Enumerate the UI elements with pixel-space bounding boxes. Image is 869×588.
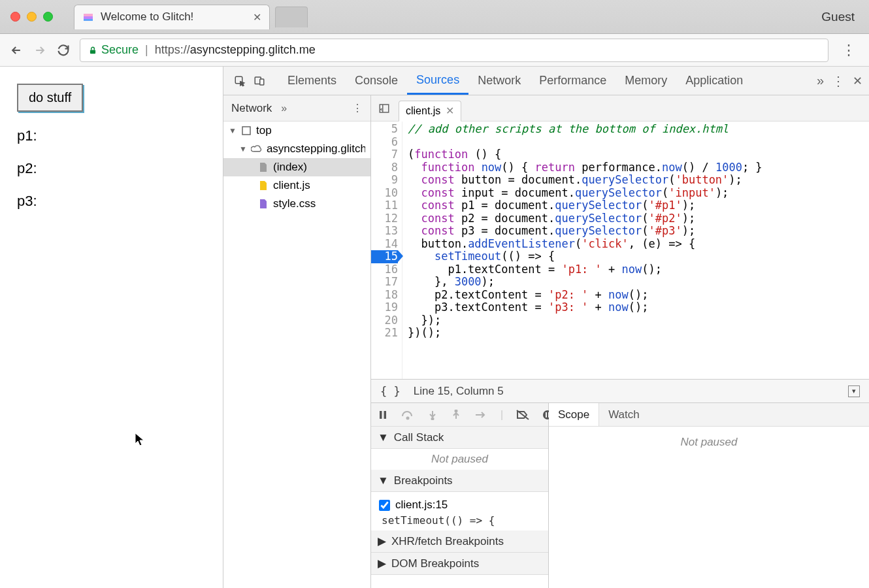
css-file-icon [257,199,269,209]
breakpoint-label: client.js:15 [395,498,448,512]
frame-icon [240,125,252,136]
tree-file-clientjs[interactable]: client.js [223,176,370,195]
do-stuff-button[interactable]: do stuff [17,84,83,112]
close-window-button[interactable] [10,12,20,22]
cursor-icon [135,433,145,447]
chevron-down-icon: ▼ [239,144,247,154]
reload-button[interactable] [56,43,71,57]
secure-indicator: Secure [88,43,139,57]
debugger-toolbar: | [371,403,548,427]
tab-title: Welcome to Glitch! [101,10,246,24]
line-number-gutter[interactable]: 56789101112131415161718192021 [371,122,402,379]
p1-text: p1: [17,127,206,144]
tab-network[interactable]: Network [468,67,530,95]
pretty-print-icon[interactable]: { } [380,385,401,398]
tab-performance[interactable]: Performance [530,67,615,95]
tree-top[interactable]: ▼ top [223,122,370,140]
step-into-icon[interactable] [427,408,438,421]
breakpoint-checkbox[interactable] [379,500,390,511]
step-over-icon[interactable] [401,408,414,421]
window-controls [0,12,63,22]
svg-rect-15 [546,412,547,417]
browser-tab-bar: Welcome to Glitch! ✕ Guest [0,0,869,34]
svg-point-13 [455,410,457,412]
tree-file-label: client.js [273,179,310,192]
address-bar[interactable]: Secure | https://asyncstepping.glitch.me [80,39,828,62]
browser-menu-button[interactable]: ⋮ [838,42,860,59]
editor-nav-icon[interactable] [375,99,393,118]
breakpoint-item[interactable]: client.js:15 [379,496,540,514]
editor-file-tab[interactable]: client.js ✕ [399,101,461,122]
svg-rect-0 [84,14,93,16]
p2-text: p2: [17,160,206,177]
chevron-down-icon: ▼ [229,126,237,135]
profile-label[interactable]: Guest [807,10,869,24]
forward-button[interactable] [33,43,47,57]
navigator-subtab[interactable]: Network [231,102,272,115]
browser-tab[interactable]: Welcome to Glitch! ✕ [74,5,270,29]
tree-file-index[interactable]: (index) [223,158,370,176]
device-toolbar-icon[interactable] [250,71,269,91]
tree-file-label: style.css [273,197,316,210]
chevron-right-icon: ▶ [378,557,386,570]
tree-domain[interactable]: ▼ asyncstepping.glitch.me [223,140,370,158]
watch-tab[interactable]: Watch [599,403,649,426]
tab-memory[interactable]: Memory [615,67,676,95]
step-out-icon[interactable] [451,408,461,421]
js-file-icon [257,180,269,191]
pause-button[interactable] [378,408,388,421]
navigator-menu-icon[interactable]: ⋮ [352,102,363,114]
editor-file-name: client.js [406,105,440,117]
breakpoint-code: setTimeout(() => { [379,514,540,527]
close-file-icon[interactable]: ✕ [446,105,454,117]
tree-file-stylecss[interactable]: style.css [223,195,370,213]
call-stack-header[interactable]: ▼Call Stack [371,427,548,449]
scope-pane: Scope Watch Not paused [549,403,869,588]
back-button[interactable] [9,43,24,57]
svg-rect-7 [242,127,250,135]
minimize-window-button[interactable] [27,12,37,22]
dom-breakpoints-header[interactable]: ▶DOM Breakpoints [371,553,548,575]
browser-toolbar: Secure | https://asyncstepping.glitch.me… [0,34,869,67]
tab-console[interactable]: Console [346,67,407,95]
devtools-close-icon[interactable]: ✕ [853,74,862,88]
sources-navigator: Network » ⋮ ▼ top ▼ [223,95,371,588]
tab-application[interactable]: Application [676,67,752,95]
svg-rect-9 [380,411,382,419]
inspect-element-icon[interactable] [230,71,250,91]
step-icon[interactable] [474,408,487,421]
chevron-down-icon: ▼ [378,474,389,487]
svg-rect-1 [84,16,93,19]
zoom-window-button[interactable] [43,12,53,22]
tab-elements[interactable]: Elements [278,67,346,95]
scope-tab[interactable]: Scope [549,403,599,426]
debugger-pane: | ▼Call Stack Not paused ▼Breakpoints cl [371,403,549,588]
code-content[interactable]: // add other scripts at the bottom of in… [402,122,869,379]
svg-point-12 [432,417,434,419]
deactivate-breakpoints-icon[interactable] [516,408,529,421]
breakpoints-header[interactable]: ▼Breakpoints [371,470,548,492]
secure-label: Secure [101,43,139,57]
chevron-right-icon: ▶ [378,534,386,548]
overflow-tabs-icon[interactable]: » [817,73,824,88]
lock-icon [88,46,97,55]
tab-sources[interactable]: Sources [407,67,468,95]
tab-close-button[interactable]: ✕ [253,11,261,24]
document-icon [257,162,269,172]
p3-text: p3: [17,193,206,210]
navigator-overflow-icon[interactable]: » [281,103,287,114]
coverage-toggle-icon[interactable]: ▾ [848,385,860,397]
xhr-breakpoints-header[interactable]: ▶XHR/fetch Breakpoints [371,531,548,553]
svg-rect-10 [384,411,387,419]
devtools-panel: Elements Console Sources Network Perform… [223,67,869,588]
devtools-settings-icon[interactable]: ⋮ [832,73,845,89]
call-stack-value: Not paused [371,449,548,470]
source-editor: client.js ✕ 5678910111213141516171819202… [371,95,869,588]
devtools-tabs: Elements Console Sources Network Perform… [223,67,869,95]
svg-rect-6 [260,79,264,85]
url-text: https://asyncstepping.glitch.me [155,43,316,57]
svg-rect-2 [84,19,93,21]
new-tab-placeholder[interactable] [275,7,308,27]
cloud-icon [251,144,263,154]
editor-status-bar: { } Line 15, Column 5 ▾ [371,379,869,402]
